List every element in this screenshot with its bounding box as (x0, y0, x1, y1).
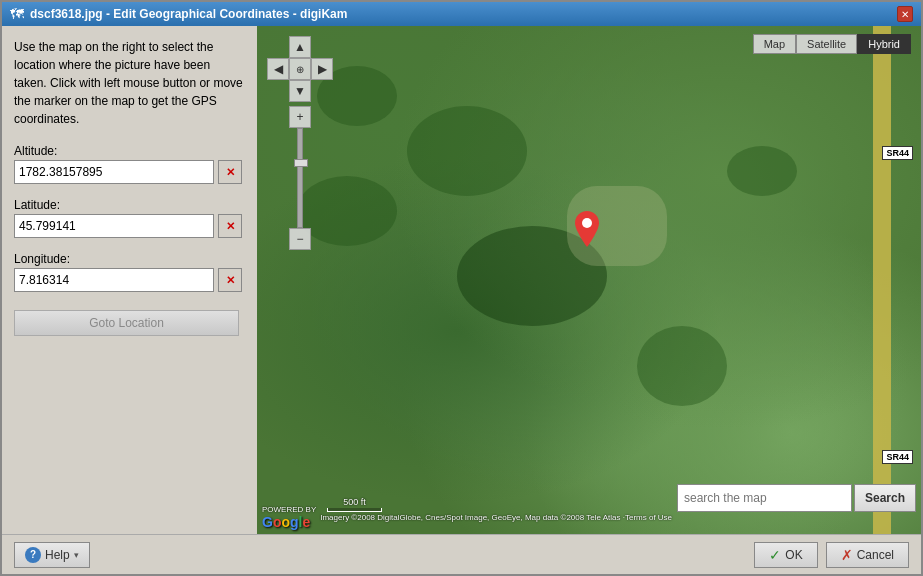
bottom-bar: ? Help ▾ ✓ OK ✗ Cancel (2, 534, 921, 574)
zoom-in-button[interactable]: + (289, 106, 311, 128)
cancel-label: Cancel (857, 548, 894, 562)
pan-up-button[interactable]: ▲ (289, 36, 311, 58)
latitude-row: ✕ (14, 214, 245, 238)
map-search: Search (677, 484, 916, 512)
map-marker[interactable] (575, 211, 599, 250)
bottom-right-buttons: ✓ OK ✗ Cancel (754, 542, 909, 568)
chevron-down-icon: ▾ (74, 550, 79, 560)
help-icon: ? (25, 547, 41, 563)
goto-location-button[interactable]: Goto Location (14, 310, 239, 336)
checkmark-icon: ✓ (769, 547, 781, 563)
veg-patch (727, 146, 797, 196)
longitude-group: Longitude: ✕ (14, 252, 245, 298)
svg-point-0 (582, 218, 592, 228)
map-type-hybrid-button[interactable]: Hybrid (857, 34, 911, 54)
map-type-controls: Map Satellite Hybrid (753, 34, 911, 54)
map-type-map-button[interactable]: Map (753, 34, 796, 54)
help-label: Help (45, 548, 70, 562)
map-type-satellite-button[interactable]: Satellite (796, 34, 857, 54)
map-controls: ▲ ◀ ⊕ ▶ ▼ + − (267, 36, 333, 250)
window-title: dscf3618.jpg - Edit Geographical Coordin… (30, 7, 347, 21)
zoom-handle[interactable] (294, 159, 308, 167)
latitude-group: Latitude: ✕ (14, 198, 245, 244)
zoom-out-button[interactable]: − (289, 228, 311, 250)
left-panel: Use the map on the right to select the l… (2, 26, 257, 534)
help-button[interactable]: ? Help ▾ (14, 542, 90, 568)
google-attribution: POWERED BY Google Imagery ©2008 DigitalG… (262, 505, 672, 530)
main-window: 🗺 dscf3618.jpg - Edit Geographical Coord… (0, 0, 923, 576)
content-area: Use the map on the right to select the l… (2, 26, 921, 534)
altitude-clear-button[interactable]: ✕ (218, 160, 242, 184)
map-area[interactable]: SR44 SR44 ▲ ◀ ⊕ ▶ ▼ (257, 26, 921, 534)
pan-center-button[interactable]: ⊕ (289, 58, 311, 80)
ok-button[interactable]: ✓ OK (754, 542, 817, 568)
titlebar: 🗺 dscf3618.jpg - Edit Geographical Coord… (2, 2, 921, 26)
longitude-clear-button[interactable]: ✕ (218, 268, 242, 292)
veg-patch (407, 106, 527, 196)
latitude-label: Latitude: (14, 198, 245, 212)
latitude-clear-button[interactable]: ✕ (218, 214, 242, 238)
veg-patch (637, 326, 727, 406)
map-search-button[interactable]: Search (854, 484, 916, 512)
cancel-x-icon: ✗ (841, 547, 853, 563)
map-search-input[interactable] (677, 484, 852, 512)
latitude-input[interactable] (14, 214, 214, 238)
pan-left-button[interactable]: ◀ (267, 58, 289, 80)
sr44-badge-bottom: SR44 (882, 450, 913, 464)
zoom-track[interactable] (297, 128, 303, 228)
instructions-text: Use the map on the right to select the l… (14, 38, 245, 128)
longitude-row: ✕ (14, 268, 245, 292)
pan-down-button[interactable]: ▼ (289, 80, 311, 102)
altitude-label: Altitude: (14, 144, 245, 158)
powered-by: POWERED BY Google (262, 505, 316, 530)
altitude-group: Altitude: ✕ (14, 144, 245, 190)
pan-right-button[interactable]: ▶ (311, 58, 333, 80)
map-display[interactable]: SR44 SR44 ▲ ◀ ⊕ ▶ ▼ (257, 26, 921, 534)
ok-label: OK (785, 548, 802, 562)
sr44-badge-top: SR44 (882, 146, 913, 160)
longitude-label: Longitude: (14, 252, 245, 266)
altitude-row: ✕ (14, 160, 245, 184)
pan-middle-row: ◀ ⊕ ▶ (267, 58, 333, 80)
location-pin-icon (575, 211, 599, 247)
google-logo: Google (262, 514, 316, 530)
copyright-text: Imagery ©2008 DigitalGlobe, Cnes/Spot Im… (320, 513, 672, 522)
close-button[interactable]: ✕ (897, 6, 913, 22)
cancel-button[interactable]: ✗ Cancel (826, 542, 909, 568)
longitude-input[interactable] (14, 268, 214, 292)
app-icon: 🗺 (10, 6, 24, 22)
altitude-input[interactable] (14, 160, 214, 184)
powered-by-text: POWERED BY (262, 505, 316, 514)
zoom-bar: + − (289, 106, 311, 250)
help-icon-label: ? (30, 549, 36, 560)
